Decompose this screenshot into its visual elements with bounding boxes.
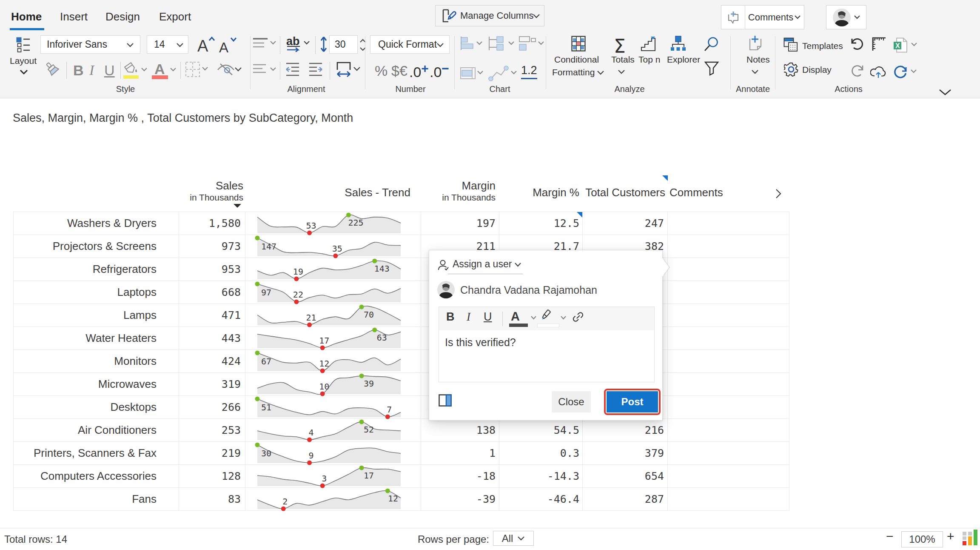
chevron-down-icon[interactable]: [618, 69, 625, 74]
conditional-formatting-label2[interactable]: Formatting: [552, 67, 595, 77]
chevron-down-icon[interactable]: [270, 40, 276, 45]
italic-icon[interactable]: I: [89, 62, 94, 78]
vertical-align-icon[interactable]: [253, 37, 268, 52]
sales-trend-sparkline[interactable]: 2297: [257, 281, 401, 302]
sales-value[interactable]: 668: [179, 281, 245, 304]
sales-value[interactable]: 219: [179, 441, 245, 464]
next-columns-chevron-icon[interactable]: [775, 189, 782, 199]
tab-insert[interactable]: Insert: [60, 10, 88, 23]
margin-value[interactable]: 1: [421, 441, 499, 464]
sales-trend-sparkline[interactable]: 452: [257, 419, 401, 440]
sales-value[interactable]: 319: [179, 372, 245, 395]
margin-pct-value[interactable]: -14.3: [499, 464, 582, 487]
sales-value[interactable]: 424: [179, 349, 245, 372]
cloud-upload-icon[interactable]: [870, 65, 886, 80]
table-style-icon[interactable]: [460, 67, 476, 81]
sales-value[interactable]: 253: [179, 418, 245, 441]
margin-pct-value[interactable]: 54.5: [499, 418, 582, 441]
popup-panel-toggle-icon[interactable]: [439, 394, 452, 408]
bold-icon[interactable]: B: [73, 62, 84, 79]
layout-chevron-icon[interactable]: [20, 69, 28, 75]
chevron-down-icon[interactable]: [514, 262, 521, 267]
row-label[interactable]: Desktops: [13, 395, 179, 418]
wrap-text-icon[interactable]: [336, 61, 351, 80]
search-icon[interactable]: [704, 37, 719, 54]
excel-export-icon[interactable]: X: [893, 37, 908, 54]
chevron-down-icon[interactable]: [270, 67, 276, 72]
comment-highlight-icon[interactable]: [539, 309, 553, 324]
chevron-down-icon[interactable]: [477, 70, 484, 75]
sales-value[interactable]: 973: [179, 235, 245, 258]
font-color-icon[interactable]: A: [151, 62, 168, 81]
font-size-select[interactable]: 14: [147, 35, 188, 54]
row-label[interactable]: Refrigerators: [13, 258, 179, 281]
chevron-down-icon[interactable]: [751, 69, 759, 74]
row-label[interactable]: Fans: [13, 487, 179, 510]
comment-italic-icon[interactable]: I: [467, 310, 470, 324]
chevron-down-icon[interactable]: [170, 67, 177, 72]
fill-color-icon[interactable]: [123, 61, 139, 81]
totals-icon[interactable]: Σ: [614, 35, 626, 57]
sales-trend-sparkline[interactable]: 212: [257, 488, 401, 509]
column-header-comments[interactable]: Comments: [669, 186, 789, 199]
comment-underline-icon[interactable]: U: [484, 310, 492, 324]
customers-value[interactable]: 216: [582, 418, 667, 441]
hierarchy-chart-icon[interactable]: [487, 36, 506, 53]
increase-indent-icon[interactable]: [308, 62, 323, 79]
undo-icon[interactable]: [849, 36, 865, 53]
chevron-down-icon[interactable]: [353, 66, 361, 72]
row-label[interactable]: Water Heaters: [13, 327, 179, 349]
refresh-icon[interactable]: [892, 64, 909, 82]
chevron-down-icon[interactable]: [910, 69, 917, 74]
zoom-out-button[interactable]: −: [886, 529, 894, 544]
row-height-input[interactable]: 30: [329, 35, 358, 54]
tab-export[interactable]: Export: [159, 10, 191, 23]
row-label[interactable]: Computers Accessories: [13, 464, 179, 487]
chevron-down-icon[interactable]: [141, 67, 148, 72]
chevron-down-icon[interactable]: [234, 67, 242, 72]
resize-icon[interactable]: [871, 36, 886, 53]
filter-icon[interactable]: [704, 61, 719, 78]
decrease-font-icon[interactable]: A: [218, 36, 237, 55]
totals-label[interactable]: Totals: [611, 54, 635, 65]
column-header-trend[interactable]: Sales - Trend: [245, 186, 410, 199]
bar-chart-icon[interactable]: [460, 36, 474, 52]
sales-value[interactable]: 953: [179, 258, 245, 281]
sales-value[interactable]: 83: [179, 487, 245, 510]
decimal-precision-icon[interactable]: 1.2: [521, 64, 537, 79]
line-chart-icon[interactable]: [488, 65, 510, 83]
chevron-down-icon[interactable]: [538, 41, 544, 46]
customers-value[interactable]: 247: [582, 212, 667, 235]
decrease-decimal-icon[interactable]: .0−: [430, 61, 449, 80]
decrease-indent-icon[interactable]: [285, 62, 300, 79]
comment-bold-icon[interactable]: B: [446, 310, 455, 324]
row-label[interactable]: Projectors & Screens: [13, 235, 179, 258]
tab-design[interactable]: Design: [105, 10, 140, 23]
margin-pct-value[interactable]: 0.3: [499, 441, 582, 464]
margin-pct-value[interactable]: -46.4: [499, 487, 582, 510]
row-label[interactable]: Monitors: [13, 349, 179, 372]
sales-value[interactable]: 128: [179, 464, 245, 487]
margin-value[interactable]: -39: [421, 487, 499, 510]
sales-trend-sparkline[interactable]: 19143: [257, 258, 401, 279]
zoom-level-input[interactable]: 100%: [901, 531, 943, 547]
chevron-down-icon[interactable]: [510, 70, 517, 75]
increase-font-icon[interactable]: A: [197, 36, 215, 55]
increase-decimal-icon[interactable]: .0+: [409, 61, 429, 80]
chevron-down-icon[interactable]: [476, 41, 483, 46]
comment-marker-cell-icon[interactable]: [577, 212, 582, 218]
percent-format-icon[interactable]: %: [375, 63, 387, 79]
margin-value[interactable]: -18: [421, 464, 499, 487]
column-header-margin[interactable]: Margin in Thousands: [421, 179, 496, 203]
sales-trend-sparkline[interactable]: 317: [257, 465, 401, 486]
sales-value[interactable]: 443: [179, 327, 245, 349]
row-label[interactable]: Lamps: [13, 304, 179, 327]
add-comment-button[interactable]: [721, 5, 745, 29]
collapse-ribbon-icon[interactable]: [938, 89, 952, 96]
assign-user-label[interactable]: Assign a user: [453, 258, 512, 270]
conditional-formatting-label1[interactable]: Conditional: [554, 54, 599, 65]
notes-label[interactable]: Notes: [746, 54, 770, 65]
sales-trend-sparkline[interactable]: 35147: [257, 235, 401, 256]
chevron-down-icon[interactable]: [508, 41, 515, 46]
text-rotate-icon[interactable]: ab: [286, 36, 304, 54]
